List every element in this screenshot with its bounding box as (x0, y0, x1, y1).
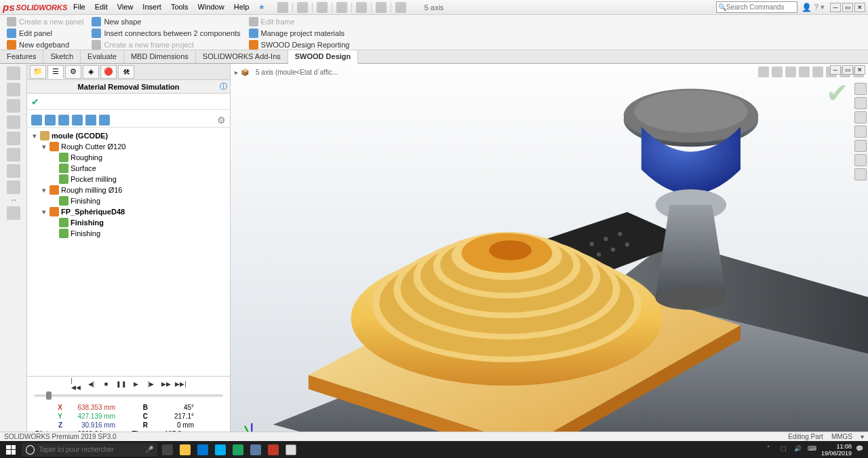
tree-group[interactable]: ▾ FP_SphériqueD48 (31, 206, 226, 217)
tree-root[interactable]: ▾ moule (GCODE) (31, 130, 226, 141)
panel-tab-property-manager[interactable]: ☰ (47, 65, 64, 79)
tray-notifications-icon[interactable]: 💬 (856, 445, 865, 455)
undo-icon[interactable] (356, 2, 367, 13)
tree-op[interactable]: Finishing (31, 195, 226, 206)
viewport-breadcrumb[interactable]: 5 axis (moule<Etat d´affic... (256, 69, 338, 76)
ribbon-new-shape[interactable]: New shape (89, 16, 243, 27)
play-button[interactable]: ▶ (131, 379, 142, 389)
menu-edit[interactable]: Edit (91, 1, 112, 13)
view-orientation-icon[interactable] (785, 66, 796, 77)
tab-swood-design[interactable]: SWOOD Design (288, 50, 359, 64)
menu-star-icon[interactable]: ★ (254, 1, 269, 13)
tree-toolbar-icon[interactable] (45, 115, 56, 126)
tree-toolbar-icon[interactable] (99, 115, 110, 126)
tree-op[interactable]: Roughing (31, 152, 226, 163)
pause-button[interactable]: ❚❚ (116, 379, 127, 389)
taskbar-search[interactable]: 🎤 (22, 443, 157, 457)
zoom-area-icon[interactable] (772, 66, 783, 77)
start-button[interactable] (3, 443, 19, 457)
open-icon[interactable] (297, 2, 308, 13)
panel-tab-display[interactable]: 🔴 (100, 65, 117, 79)
panel-help-icon[interactable]: ⓘ (220, 81, 227, 92)
home-icon[interactable] (277, 2, 288, 13)
tab-evaluate[interactable]: Evaluate (81, 50, 124, 63)
tray-clock[interactable]: 11:08 19/06/2019 (821, 443, 852, 457)
vp-minimize-button[interactable]: ─ (830, 65, 841, 75)
step-back-button[interactable]: ◀| (86, 379, 97, 389)
tray-volume-icon[interactable]: 🔊 (794, 445, 804, 455)
save-icon[interactable] (317, 2, 328, 13)
status-units[interactable]: MMGS (831, 433, 852, 440)
rail-icon[interactable] (7, 132, 20, 145)
menu-file[interactable]: File (69, 1, 90, 13)
tree-toolbar-icon[interactable] (85, 115, 96, 126)
taskbar-app-solidworks[interactable] (266, 443, 281, 457)
tree-op[interactable]: Finishing (31, 217, 226, 228)
tray-network-icon[interactable]: ⬚ (781, 445, 790, 455)
minimize-button[interactable]: ─ (830, 3, 841, 12)
tree-op[interactable]: Finishing (31, 228, 226, 239)
tree-group[interactable]: ▾ Rough Cutter Ø120 (31, 141, 226, 152)
menu-view[interactable]: View (113, 1, 138, 13)
vp-restore-button[interactable]: ▭ (842, 65, 853, 75)
panel-tab-feature-tree[interactable]: 📁 (30, 65, 46, 79)
panel-tab-cam[interactable]: 🛠 (118, 65, 134, 79)
hide-show-icon[interactable] (812, 66, 823, 77)
help-dropdown-icon[interactable]: ? ▾ (814, 3, 825, 12)
tree-op[interactable]: Pocket milling (31, 174, 226, 185)
accept-check-icon[interactable]: ✔ (31, 96, 42, 107)
display-style-icon[interactable] (799, 66, 810, 77)
tab-solidworks-addins[interactable]: SOLIDWORKS Add-Ins (196, 50, 288, 63)
tab-mbd-dimensions[interactable]: MBD Dimensions (124, 50, 196, 63)
panel-tab-config[interactable]: ⚙ (65, 65, 81, 79)
tree-op[interactable]: Surface (31, 163, 226, 174)
tab-features[interactable]: Features (0, 50, 43, 63)
taskbar-app-skype[interactable] (213, 443, 228, 457)
stop-button[interactable]: ■ (101, 379, 112, 389)
taskbar-app[interactable] (248, 443, 263, 457)
user-icon[interactable]: 👤 (802, 3, 812, 12)
options-gear-icon[interactable] (395, 2, 406, 13)
mic-icon[interactable]: 🎤 (145, 446, 153, 453)
tree-toolbar-icon[interactable] (31, 115, 42, 126)
menu-tools[interactable]: Tools (167, 1, 193, 13)
breadcrumb-expand-icon[interactable]: ▸ (235, 69, 238, 76)
rail-icon[interactable] (7, 148, 20, 161)
rail-icon[interactable] (7, 115, 20, 129)
rail-icon[interactable] (7, 180, 20, 194)
ribbon-swood-reporting[interactable]: SWOOD Design Reporting (246, 39, 353, 50)
task-view-button[interactable] (160, 443, 175, 457)
panel-tab-dim[interactable]: ◈ (83, 65, 99, 79)
tree-group[interactable]: ▾ Rough milling Ø16 (31, 185, 226, 195)
menu-help[interactable]: Help (230, 1, 254, 13)
ribbon-insert-connectors[interactable]: Insert connectors between 2 components (89, 28, 243, 39)
taskbar-app-explorer[interactable] (178, 443, 193, 457)
tree-toolbar-icon[interactable] (72, 115, 83, 126)
taskbar-app-chrome[interactable] (231, 443, 245, 457)
rebuild-icon[interactable] (376, 2, 387, 13)
rail-icon[interactable] (7, 83, 20, 96)
tree-toolbar-icon[interactable] (58, 115, 69, 126)
skip-end-button[interactable]: ▶▶| (176, 379, 186, 389)
taskbar-search-input[interactable] (39, 446, 141, 453)
timeline-slider[interactable] (34, 392, 223, 400)
menu-window[interactable]: Window (194, 1, 229, 13)
tray-up-icon[interactable]: ˄ (767, 445, 776, 455)
search-commands[interactable]: 🔍 (716, 1, 797, 13)
zoom-fit-icon[interactable] (758, 66, 769, 77)
rail-icon[interactable] (7, 206, 20, 220)
step-fwd-button[interactable]: |▶ (146, 379, 157, 389)
ribbon-manage-materials[interactable]: Manage project materials (246, 28, 353, 39)
vp-close-button[interactable]: ✕ (854, 65, 865, 75)
fast-fwd-button[interactable]: ▶▶ (161, 379, 172, 389)
close-button[interactable]: ✕ (854, 3, 865, 12)
status-dropdown-icon[interactable]: ▾ (861, 433, 864, 440)
maximize-button[interactable]: ▭ (842, 3, 853, 12)
rail-icon[interactable] (7, 164, 20, 178)
skip-start-button[interactable]: |◀◀ (71, 379, 82, 389)
tray-lang-icon[interactable]: ⌨ (808, 445, 817, 455)
taskbar-app[interactable] (283, 443, 298, 457)
search-input[interactable] (726, 3, 787, 11)
ribbon-new-edgeband[interactable]: New edgeband (4, 39, 86, 50)
rail-icon[interactable] (7, 99, 20, 113)
